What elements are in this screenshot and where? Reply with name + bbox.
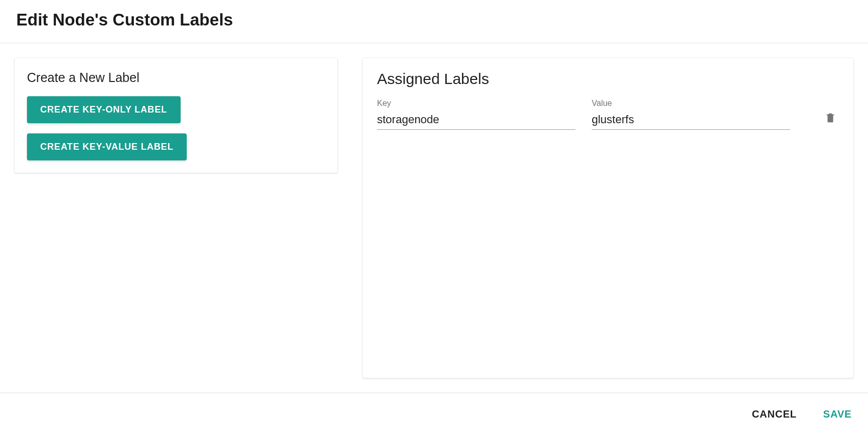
page-title: Edit Node's Custom Labels <box>16 10 852 30</box>
key-input[interactable] <box>377 111 575 130</box>
create-label-card: Create a New Label CREATE KEY-ONLY LABEL… <box>14 58 338 173</box>
assigned-labels-title: Assigned Labels <box>377 70 839 88</box>
create-key-only-label-button[interactable]: CREATE KEY-ONLY LABEL <box>27 96 181 123</box>
dialog-header: Edit Node's Custom Labels <box>0 0 868 43</box>
dialog-content: Create a New Label CREATE KEY-ONLY LABEL… <box>0 43 868 378</box>
create-key-value-label-button[interactable]: CREATE KEY-VALUE LABEL <box>27 133 187 160</box>
value-field-label: Value <box>592 99 790 108</box>
label-row: Key Value <box>377 99 839 130</box>
dialog-footer: CANCEL SAVE <box>0 393 868 435</box>
key-field-label: Key <box>377 99 575 108</box>
assigned-labels-card: Assigned Labels Key Value <box>362 58 854 378</box>
value-field: Value <box>592 99 790 130</box>
create-label-title: Create a New Label <box>27 70 325 85</box>
trash-icon <box>825 111 836 124</box>
delete-label-button[interactable] <box>822 108 839 129</box>
value-input[interactable] <box>592 111 790 130</box>
key-field: Key <box>377 99 575 130</box>
save-button[interactable]: SAVE <box>821 404 854 424</box>
cancel-button[interactable]: CANCEL <box>750 404 799 424</box>
